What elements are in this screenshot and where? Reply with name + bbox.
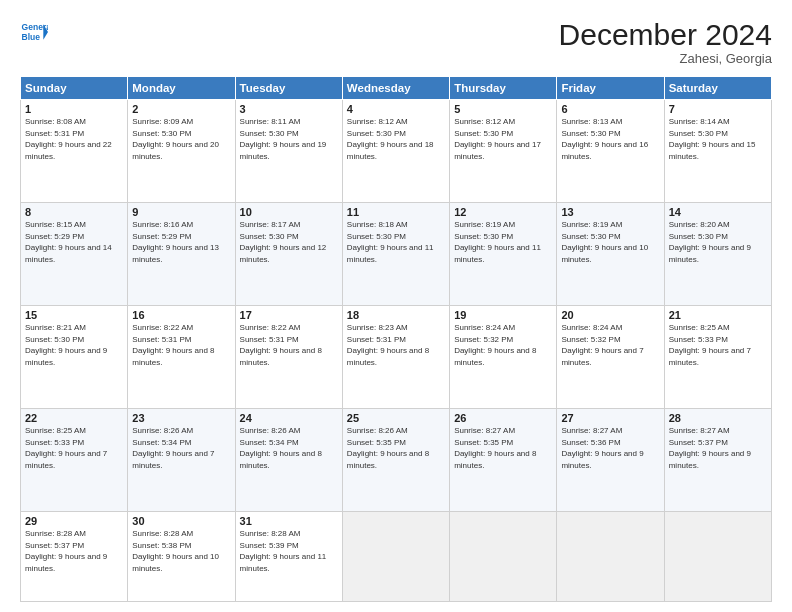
calendar-cell: 11Sunrise: 8:18 AMSunset: 5:30 PMDayligh… bbox=[342, 203, 449, 306]
weekday-header-monday: Monday bbox=[128, 77, 235, 100]
logo-icon: General Blue bbox=[20, 18, 48, 46]
weekday-header-tuesday: Tuesday bbox=[235, 77, 342, 100]
calendar-cell: 7Sunrise: 8:14 AMSunset: 5:30 PMDaylight… bbox=[664, 100, 771, 203]
day-info: Sunrise: 8:15 AMSunset: 5:29 PMDaylight:… bbox=[25, 219, 123, 265]
day-number: 18 bbox=[347, 309, 445, 321]
svg-text:Blue: Blue bbox=[22, 32, 41, 42]
day-number: 29 bbox=[25, 515, 123, 527]
day-number: 15 bbox=[25, 309, 123, 321]
calendar-cell: 28Sunrise: 8:27 AMSunset: 5:37 PMDayligh… bbox=[664, 409, 771, 512]
day-info: Sunrise: 8:20 AMSunset: 5:30 PMDaylight:… bbox=[669, 219, 767, 265]
day-number: 4 bbox=[347, 103, 445, 115]
day-info: Sunrise: 8:24 AMSunset: 5:32 PMDaylight:… bbox=[454, 322, 552, 368]
day-info: Sunrise: 8:25 AMSunset: 5:33 PMDaylight:… bbox=[669, 322, 767, 368]
day-number: 7 bbox=[669, 103, 767, 115]
calendar-cell: 18Sunrise: 8:23 AMSunset: 5:31 PMDayligh… bbox=[342, 306, 449, 409]
day-number: 30 bbox=[132, 515, 230, 527]
weekday-header-thursday: Thursday bbox=[450, 77, 557, 100]
page: General Blue December 2024 Zahesi, Georg… bbox=[0, 0, 792, 612]
logo: General Blue bbox=[20, 18, 48, 46]
calendar-cell: 6Sunrise: 8:13 AMSunset: 5:30 PMDaylight… bbox=[557, 100, 664, 203]
day-number: 10 bbox=[240, 206, 338, 218]
calendar-cell: 21Sunrise: 8:25 AMSunset: 5:33 PMDayligh… bbox=[664, 306, 771, 409]
day-info: Sunrise: 8:12 AMSunset: 5:30 PMDaylight:… bbox=[347, 116, 445, 162]
day-number: 21 bbox=[669, 309, 767, 321]
calendar-cell: 10Sunrise: 8:17 AMSunset: 5:30 PMDayligh… bbox=[235, 203, 342, 306]
day-number: 27 bbox=[561, 412, 659, 424]
day-info: Sunrise: 8:17 AMSunset: 5:30 PMDaylight:… bbox=[240, 219, 338, 265]
day-info: Sunrise: 8:28 AMSunset: 5:39 PMDaylight:… bbox=[240, 528, 338, 574]
day-number: 24 bbox=[240, 412, 338, 424]
calendar-cell: 16Sunrise: 8:22 AMSunset: 5:31 PMDayligh… bbox=[128, 306, 235, 409]
calendar-cell: 25Sunrise: 8:26 AMSunset: 5:35 PMDayligh… bbox=[342, 409, 449, 512]
day-number: 22 bbox=[25, 412, 123, 424]
calendar-cell bbox=[342, 512, 449, 602]
day-info: Sunrise: 8:27 AMSunset: 5:35 PMDaylight:… bbox=[454, 425, 552, 471]
weekday-header-sunday: Sunday bbox=[21, 77, 128, 100]
day-info: Sunrise: 8:28 AMSunset: 5:38 PMDaylight:… bbox=[132, 528, 230, 574]
day-info: Sunrise: 8:13 AMSunset: 5:30 PMDaylight:… bbox=[561, 116, 659, 162]
location: Zahesi, Georgia bbox=[559, 51, 772, 66]
day-number: 13 bbox=[561, 206, 659, 218]
calendar: SundayMondayTuesdayWednesdayThursdayFrid… bbox=[20, 76, 772, 602]
header: General Blue December 2024 Zahesi, Georg… bbox=[20, 18, 772, 66]
calendar-cell: 9Sunrise: 8:16 AMSunset: 5:29 PMDaylight… bbox=[128, 203, 235, 306]
calendar-cell: 1Sunrise: 8:08 AMSunset: 5:31 PMDaylight… bbox=[21, 100, 128, 203]
calendar-cell: 22Sunrise: 8:25 AMSunset: 5:33 PMDayligh… bbox=[21, 409, 128, 512]
day-info: Sunrise: 8:18 AMSunset: 5:30 PMDaylight:… bbox=[347, 219, 445, 265]
calendar-cell: 3Sunrise: 8:11 AMSunset: 5:30 PMDaylight… bbox=[235, 100, 342, 203]
day-info: Sunrise: 8:12 AMSunset: 5:30 PMDaylight:… bbox=[454, 116, 552, 162]
day-number: 5 bbox=[454, 103, 552, 115]
day-info: Sunrise: 8:08 AMSunset: 5:31 PMDaylight:… bbox=[25, 116, 123, 162]
calendar-cell: 26Sunrise: 8:27 AMSunset: 5:35 PMDayligh… bbox=[450, 409, 557, 512]
day-info: Sunrise: 8:27 AMSunset: 5:36 PMDaylight:… bbox=[561, 425, 659, 471]
calendar-cell: 17Sunrise: 8:22 AMSunset: 5:31 PMDayligh… bbox=[235, 306, 342, 409]
day-info: Sunrise: 8:09 AMSunset: 5:30 PMDaylight:… bbox=[132, 116, 230, 162]
day-number: 20 bbox=[561, 309, 659, 321]
calendar-cell: 19Sunrise: 8:24 AMSunset: 5:32 PMDayligh… bbox=[450, 306, 557, 409]
calendar-cell: 12Sunrise: 8:19 AMSunset: 5:30 PMDayligh… bbox=[450, 203, 557, 306]
day-info: Sunrise: 8:26 AMSunset: 5:35 PMDaylight:… bbox=[347, 425, 445, 471]
day-info: Sunrise: 8:21 AMSunset: 5:30 PMDaylight:… bbox=[25, 322, 123, 368]
day-number: 25 bbox=[347, 412, 445, 424]
day-number: 11 bbox=[347, 206, 445, 218]
day-number: 8 bbox=[25, 206, 123, 218]
calendar-cell: 5Sunrise: 8:12 AMSunset: 5:30 PMDaylight… bbox=[450, 100, 557, 203]
calendar-cell: 4Sunrise: 8:12 AMSunset: 5:30 PMDaylight… bbox=[342, 100, 449, 203]
day-number: 19 bbox=[454, 309, 552, 321]
day-info: Sunrise: 8:25 AMSunset: 5:33 PMDaylight:… bbox=[25, 425, 123, 471]
calendar-cell: 24Sunrise: 8:26 AMSunset: 5:34 PMDayligh… bbox=[235, 409, 342, 512]
month-title: December 2024 bbox=[559, 18, 772, 51]
day-info: Sunrise: 8:26 AMSunset: 5:34 PMDaylight:… bbox=[132, 425, 230, 471]
calendar-cell bbox=[450, 512, 557, 602]
title-section: December 2024 Zahesi, Georgia bbox=[559, 18, 772, 66]
day-number: 31 bbox=[240, 515, 338, 527]
day-info: Sunrise: 8:14 AMSunset: 5:30 PMDaylight:… bbox=[669, 116, 767, 162]
calendar-cell: 13Sunrise: 8:19 AMSunset: 5:30 PMDayligh… bbox=[557, 203, 664, 306]
day-info: Sunrise: 8:19 AMSunset: 5:30 PMDaylight:… bbox=[454, 219, 552, 265]
weekday-header-wednesday: Wednesday bbox=[342, 77, 449, 100]
day-info: Sunrise: 8:24 AMSunset: 5:32 PMDaylight:… bbox=[561, 322, 659, 368]
day-info: Sunrise: 8:22 AMSunset: 5:31 PMDaylight:… bbox=[240, 322, 338, 368]
calendar-cell: 23Sunrise: 8:26 AMSunset: 5:34 PMDayligh… bbox=[128, 409, 235, 512]
day-number: 1 bbox=[25, 103, 123, 115]
day-number: 2 bbox=[132, 103, 230, 115]
day-info: Sunrise: 8:23 AMSunset: 5:31 PMDaylight:… bbox=[347, 322, 445, 368]
day-number: 6 bbox=[561, 103, 659, 115]
calendar-cell: 29Sunrise: 8:28 AMSunset: 5:37 PMDayligh… bbox=[21, 512, 128, 602]
calendar-cell: 30Sunrise: 8:28 AMSunset: 5:38 PMDayligh… bbox=[128, 512, 235, 602]
day-number: 12 bbox=[454, 206, 552, 218]
calendar-cell: 31Sunrise: 8:28 AMSunset: 5:39 PMDayligh… bbox=[235, 512, 342, 602]
day-number: 16 bbox=[132, 309, 230, 321]
day-number: 17 bbox=[240, 309, 338, 321]
day-info: Sunrise: 8:22 AMSunset: 5:31 PMDaylight:… bbox=[132, 322, 230, 368]
calendar-cell: 20Sunrise: 8:24 AMSunset: 5:32 PMDayligh… bbox=[557, 306, 664, 409]
day-info: Sunrise: 8:11 AMSunset: 5:30 PMDaylight:… bbox=[240, 116, 338, 162]
calendar-cell bbox=[664, 512, 771, 602]
calendar-cell: 8Sunrise: 8:15 AMSunset: 5:29 PMDaylight… bbox=[21, 203, 128, 306]
day-number: 14 bbox=[669, 206, 767, 218]
day-info: Sunrise: 8:26 AMSunset: 5:34 PMDaylight:… bbox=[240, 425, 338, 471]
day-info: Sunrise: 8:27 AMSunset: 5:37 PMDaylight:… bbox=[669, 425, 767, 471]
calendar-cell: 27Sunrise: 8:27 AMSunset: 5:36 PMDayligh… bbox=[557, 409, 664, 512]
day-number: 28 bbox=[669, 412, 767, 424]
